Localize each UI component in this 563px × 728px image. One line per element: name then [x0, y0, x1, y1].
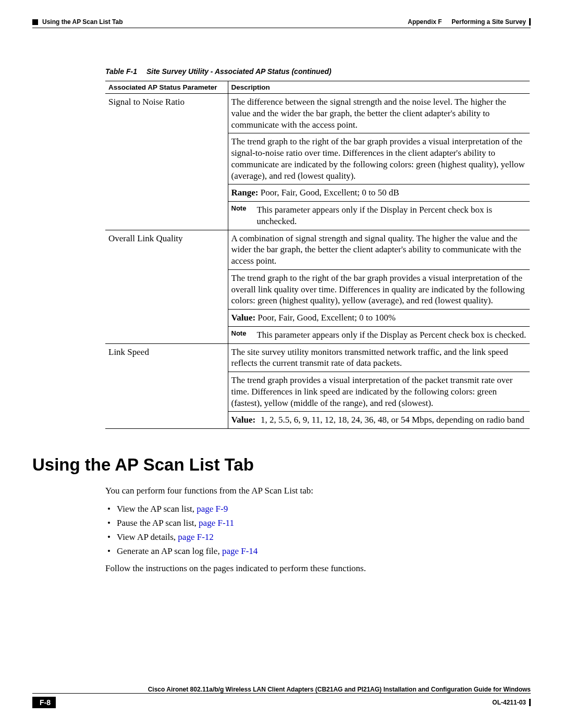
table-caption-title: Site Survey Utility - Associated AP Stat…	[146, 67, 332, 76]
header-end-bar-icon	[529, 18, 531, 26]
bullet-item: View the AP scan list, page F-9	[105, 502, 530, 516]
page-number: F-8	[34, 697, 56, 708]
table-caption-label: Table F-1	[105, 67, 137, 76]
table-col-header-desc: Description	[228, 81, 530, 94]
xref-link[interactable]: page F-11	[199, 518, 234, 528]
value-label: Value:	[231, 313, 256, 323]
note-text: This parameter appears only if the Displ…	[256, 204, 527, 227]
footer-book-title: Cisco Aironet 802.11a/b/g Wireless LAN C…	[32, 686, 531, 693]
note-label: Note	[231, 329, 247, 338]
footer-rule	[32, 693, 531, 694]
param-signal-to-noise: Signal to Noise Ratio	[105, 94, 228, 133]
range-value: Poor, Fair, Good, Excellent; 0 to 50 dB	[261, 188, 399, 198]
note-label: Note	[231, 204, 247, 213]
desc-snr-p1: The difference between the signal streng…	[228, 94, 530, 133]
xref-link[interactable]: page F-9	[197, 504, 228, 514]
note-text: This parameter appears only if the Displ…	[256, 329, 526, 341]
section-follow: Follow the instructions on the pages ind…	[105, 563, 530, 574]
page-number-badge: F-8	[32, 697, 56, 708]
bullet-item: Pause the AP scan list, page F-11	[105, 516, 530, 530]
param-link-speed: Link Speed	[105, 343, 228, 372]
header-appendix-label: Appendix F	[408, 18, 442, 26]
desc-snr-range: Range: Poor, Fair, Good, Excellent; 0 to…	[228, 184, 530, 202]
desc-ls-p2: The trend graph provides a visual interp…	[228, 372, 530, 412]
param-overall-link-quality: Overall Link Quality	[105, 230, 228, 269]
desc-olq-note: Note This parameter appears only if the …	[228, 326, 530, 343]
header-appendix-title: Performing a Site Survey	[451, 18, 526, 26]
associated-ap-status-table: Associated AP Status Parameter Descripti…	[105, 81, 530, 429]
section-intro: You can perform four functions from the …	[105, 485, 530, 497]
running-header: Using the AP Scan List Tab Appendix F Pe…	[32, 18, 531, 26]
bullet-item: Generate an AP scan log file, page F-14	[105, 544, 530, 558]
page-footer: Cisco Aironet 802.11a/b/g Wireless LAN C…	[32, 686, 531, 708]
desc-snr-p2: The trend graph to the right of the bar …	[228, 133, 530, 184]
value-text: Poor, Fair, Good, Excellent; 0 to 100%	[258, 313, 395, 323]
value-text: 1, 2, 5.5, 6, 9, 11, 12, 18, 24, 36, 48,…	[261, 414, 524, 426]
table-col-header-param: Associated AP Status Parameter	[105, 81, 228, 94]
xref-link[interactable]: page F-14	[222, 546, 258, 556]
desc-ls-value: Value: 1, 2, 5.5, 6, 9, 11, 12, 18, 24, …	[228, 412, 530, 429]
desc-olq-value: Value: Poor, Fair, Good, Excellent; 0 to…	[228, 310, 530, 327]
value-label: Value:	[231, 414, 256, 426]
header-rule	[32, 28, 531, 28]
header-section-label: Using the AP Scan List Tab	[42, 18, 123, 26]
bullet-item: View AP details, page F-12	[105, 530, 530, 544]
range-label: Range:	[231, 188, 259, 198]
desc-olq-p2: The trend graph to the right of the bar …	[228, 269, 530, 309]
table-caption: Table F-1 Site Survey Utility - Associat…	[105, 67, 530, 76]
header-marker-icon	[32, 19, 38, 25]
desc-olq-p1: A combination of signal strength and sig…	[228, 230, 530, 269]
doc-id-bar-icon	[529, 699, 531, 706]
desc-snr-note: Note This parameter appears only if the …	[228, 202, 530, 230]
section-heading: Using the AP Scan List Tab	[32, 455, 531, 475]
desc-ls-p1: The site survey utility monitors transmi…	[228, 343, 530, 372]
xref-link[interactable]: page F-12	[178, 532, 213, 542]
doc-id: OL-4211-03	[492, 699, 526, 706]
